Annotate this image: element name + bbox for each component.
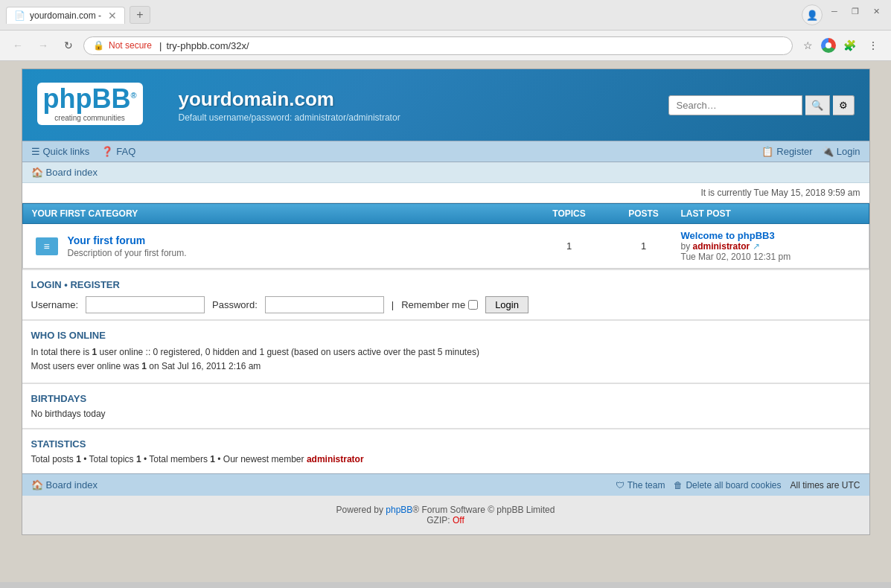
powered-by-section: Powered by phpBB® Forum Software © phpBB… — [22, 496, 869, 534]
birthdays-title: BIRTHDAYS — [31, 393, 860, 404]
shield-icon: 🛡 — [616, 480, 625, 490]
timezone-label: All times are UTC — [790, 480, 860, 490]
login-title-link[interactable]: LOGIN — [31, 279, 62, 290]
statistics-title: STATISTICS — [31, 438, 860, 450]
forum-container: phpBB® creating communities yourdomain.c… — [22, 68, 870, 535]
security-icon: 🔒 — [93, 40, 104, 51]
topics-header: TOPICS — [532, 208, 607, 219]
site-subtitle: Default username/password: administrator… — [179, 112, 400, 123]
total-posts: 1 — [76, 454, 81, 464]
forum-description: Description of your first forum. — [68, 248, 532, 258]
forum-last-post: Welcome to phpBB3 by administrator ↗ Tue… — [681, 230, 860, 262]
forum-header: phpBB® creating communities yourdomain.c… — [22, 69, 869, 141]
tab-title: yourdomain.com - — [30, 10, 101, 21]
birthdays-section: BIRTHDAYS No birthdays today — [22, 383, 869, 428]
browser-nav-bar: ← → ↻ 🔒 Not secure | try-phpbb.com/32x/ … — [0, 31, 891, 60]
gzip-row: GZIP: Off — [31, 515, 860, 525]
powered-by-text: Powered by phpBB® Forum Software © phpBB… — [31, 505, 860, 515]
login-submit-button[interactable]: Login — [485, 296, 528, 313]
password-input[interactable] — [265, 296, 384, 313]
remember-label: Remember me — [401, 299, 465, 310]
phpbb-logo-box: phpBB® creating communities — [37, 83, 143, 125]
browser-nav-icons: ☆ 🧩 ⋮ — [797, 35, 884, 56]
stats-mid2: • Total members — [141, 454, 211, 464]
forward-button[interactable]: → — [33, 35, 54, 56]
reload-button[interactable]: ↻ — [58, 35, 79, 56]
the-team-link[interactable]: 🛡 The team — [616, 480, 665, 490]
register-link[interactable]: 📋 Register — [761, 146, 812, 157]
restore-button[interactable]: ❐ — [846, 4, 864, 18]
forum-info: Your first forum Description of your fir… — [62, 234, 532, 258]
advanced-search-button[interactable]: ⚙ — [833, 95, 855, 115]
last-post-author-link[interactable]: administrator — [693, 241, 750, 252]
tab-favicon: 📄 — [14, 10, 25, 21]
statistics-text: Total posts 1 • Total topics 1 • Total m… — [31, 454, 860, 464]
close-button[interactable]: ✕ — [867, 4, 885, 18]
category-header: YOUR FIRST CATEGORY TOPICS POSTS LAST PO… — [22, 203, 869, 224]
breadcrumb-bar: 🏠 Board index — [22, 162, 869, 183]
delete-cookies-label: Delete all board cookies — [686, 480, 781, 490]
stats-mid3: • Our newest member — [215, 454, 307, 464]
back-button[interactable]: ← — [7, 35, 28, 56]
nav-right-links: 📋 Register 🔌 Login — [761, 146, 860, 157]
browser-tab[interactable]: 📄 yourdomain.com - ✕ — [6, 7, 125, 24]
content-area: It is currently Tue May 15, 2018 9:59 am… — [22, 183, 869, 473]
remember-checkbox[interactable] — [468, 300, 478, 310]
tab-close-icon[interactable]: ✕ — [108, 10, 117, 21]
timestamp-row: It is currently Tue May 15, 2018 9:59 am — [22, 183, 869, 203]
who-is-online-line1: In total there is 1 user online :: 0 reg… — [31, 345, 860, 359]
who-is-online-line2: Most users ever online was 1 on Sat Jul … — [31, 359, 860, 374]
faq-link[interactable]: ❓ FAQ — [101, 146, 135, 157]
url-separator: | — [159, 40, 162, 51]
the-team-label: The team — [627, 480, 665, 490]
search-button[interactable]: 🔍 — [805, 95, 830, 115]
current-time: It is currently Tue May 15, 2018 9:59 am — [700, 188, 860, 198]
board-index-breadcrumb[interactable]: 🏠 Board index — [31, 167, 98, 178]
faq-label: FAQ — [116, 146, 135, 157]
footer-board-index-link[interactable]: 🏠 Board index — [31, 479, 98, 490]
phpbb-link[interactable]: phpBB — [386, 505, 412, 515]
header-search: 🔍 ⚙ — [668, 95, 855, 115]
last-post-redirect-icon: ↗ — [753, 241, 760, 252]
window-controls: 👤 ─ ❐ ✕ — [802, 4, 885, 25]
lastpost-header: LAST POST — [681, 208, 860, 219]
new-tab-button[interactable]: + — [130, 6, 150, 24]
newest-member-link[interactable]: administrator — [307, 454, 364, 464]
menu-button[interactable]: ⋮ — [863, 35, 884, 56]
username-label: Username: — [31, 299, 79, 310]
board-index-label: Board index — [46, 167, 98, 178]
site-title: yourdomain.com — [179, 88, 400, 111]
statistics-section: STATISTICS Total posts 1 • Total topics … — [22, 428, 869, 473]
forum-icon-symbol: ≡ — [43, 240, 49, 252]
who-is-online-section: WHO IS ONLINE In total there is 1 user o… — [22, 319, 869, 383]
last-post-by-label: by — [681, 241, 691, 252]
login-form: Username: Password: | Remember me Login — [31, 296, 860, 313]
address-bar[interactable]: 🔒 Not secure | try-phpbb.com/32x/ — [83, 36, 793, 55]
total-members: 1 — [210, 454, 215, 464]
stats-prefix: Total posts — [31, 454, 77, 464]
last-post-title-link[interactable]: Welcome to phpBB3 — [681, 230, 775, 241]
forum-row: ≡ Your first forum Description of your f… — [22, 224, 869, 269]
minimize-button[interactable]: ─ — [825, 4, 843, 18]
quick-links-menu[interactable]: ☰ Quick links — [31, 146, 90, 157]
footer-board-index-label: Board index — [46, 479, 98, 490]
bookmark-button[interactable]: ☆ — [797, 35, 818, 56]
footer-right: 🛡 The team 🗑 Delete all board cookies Al… — [616, 480, 860, 490]
register-icon: 📋 — [761, 146, 773, 157]
online-count: 1 — [92, 347, 98, 357]
forum-title-link[interactable]: Your first forum — [68, 234, 146, 246]
delete-cookies-link[interactable]: 🗑 Delete all board cookies — [674, 480, 781, 490]
user-profile-icon[interactable]: 👤 — [802, 4, 823, 25]
forum-logo-area: phpBB® creating communities yourdomain.c… — [37, 83, 400, 127]
search-input[interactable] — [668, 95, 802, 115]
register-title-link[interactable]: REGISTER — [70, 279, 119, 290]
login-link[interactable]: 🔌 Login — [822, 146, 860, 157]
extensions-button[interactable]: 🧩 — [839, 35, 860, 56]
question-icon: ❓ — [101, 146, 113, 157]
phpbb-logo-text: phpBB® — [43, 83, 137, 114]
footer-home-icon: 🏠 — [31, 479, 43, 490]
forum-topics-count: 1 — [532, 240, 607, 252]
username-input[interactable] — [86, 296, 205, 313]
password-label: Password: — [212, 299, 258, 310]
chrome-icon — [821, 38, 836, 53]
